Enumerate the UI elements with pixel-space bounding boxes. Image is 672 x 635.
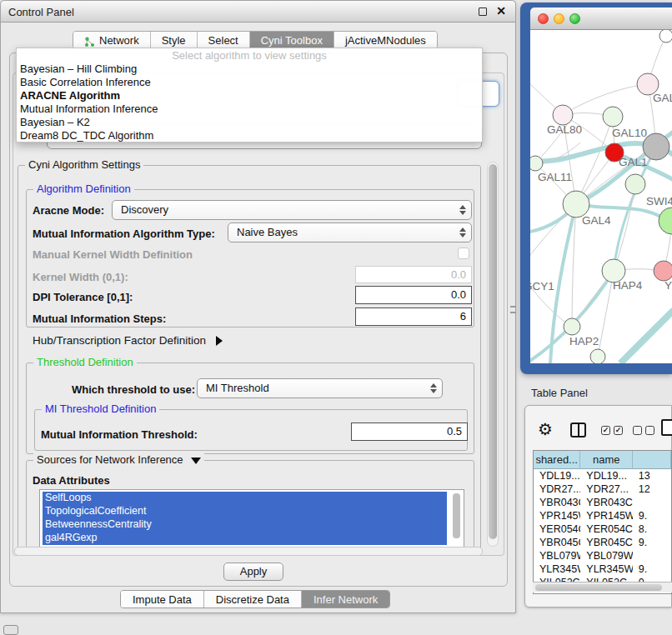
table-scrollbar-thumb[interactable]	[535, 584, 662, 591]
network-edge[interactable]	[620, 310, 672, 363]
hub-definition-toggle[interactable]: Hub/Transcription Factor Definition	[33, 334, 223, 347]
algorithm-option[interactable]: Bayesian – Hill Climbing	[17, 62, 482, 76]
table-cell: 9.	[633, 562, 671, 576]
network-node[interactable]	[530, 156, 543, 171]
apply-button[interactable]: Apply	[223, 562, 283, 581]
table-row[interactable]: YER054CYER054C8.	[534, 522, 671, 536]
table-row[interactable]: YPR145WYPR145W9.	[534, 509, 671, 522]
table-cell: YDL19...	[580, 469, 633, 482]
tab-label: Style	[162, 32, 186, 49]
kernel-width-input[interactable]: 0.0	[355, 266, 472, 283]
data-attribute-item[interactable]: gal4RGexp	[43, 532, 447, 545]
cyni-bottom-tabstrip: Impute Data Discretize Data Infer Networ…	[120, 590, 390, 608]
combo-value: Discovery	[121, 203, 168, 216]
algorithm-dropdown-popup: Select algorithm to view settings Bayesi…	[16, 48, 483, 142]
algorithm-option[interactable]: ARACNE Algorithm	[17, 89, 482, 102]
table-cell	[633, 496, 671, 509]
table-horizontal-scrollbar[interactable]	[533, 582, 672, 592]
close-traffic-light[interactable]	[538, 13, 549, 24]
split-columns-icon[interactable]	[570, 422, 586, 438]
group-title: Algorithm Definition	[33, 182, 134, 195]
manual-kernel-checkbox[interactable]	[458, 248, 469, 259]
settings-horizontal-scrollbar[interactable]	[14, 547, 483, 556]
tab-label: jActiveMNodules	[345, 32, 426, 49]
sources-toggle[interactable]: Sources for Network Inference	[33, 453, 204, 466]
network-window-titlebar[interactable]	[530, 8, 672, 30]
algorithm-option[interactable]: Dream8 DC_TDC Algorithm	[17, 129, 482, 142]
table-row[interactable]: YDR27...YDR27...12	[534, 482, 671, 496]
mi-algorithm-type-combo[interactable]: Naive Bayes	[228, 222, 472, 242]
table-cell: 9.	[633, 509, 671, 522]
select-all-checkboxes-icon[interactable]: ✓✓	[601, 426, 623, 435]
network-node-label: Y	[664, 279, 672, 292]
data-attribute-item[interactable]: SelfLoops	[43, 492, 447, 505]
control-panel-titlebar[interactable]: Control Panel ✕	[1, 1, 515, 22]
table-cell: YPR145W	[580, 509, 633, 522]
network-node[interactable]	[590, 349, 605, 363]
sources-title: Sources for Network Inference	[37, 453, 183, 466]
tab-network[interactable]: Network	[73, 32, 150, 48]
mi-threshold-input[interactable]: 0.5	[351, 422, 468, 441]
algorithm-placeholder: Select algorithm to view settings	[17, 48, 482, 62]
table-row[interactable]: YBR045CYBR045C9.	[534, 536, 671, 549]
zoom-traffic-light[interactable]	[569, 13, 580, 24]
network-node[interactable]	[625, 174, 645, 194]
tab-discretize-data[interactable]: Discretize Data	[203, 591, 301, 608]
float-window-icon[interactable]	[479, 8, 487, 16]
table-row[interactable]: YBL079WYBL079W	[534, 549, 671, 562]
network-node[interactable]	[553, 105, 573, 125]
tab-jactivemnodules[interactable]: jActiveMNodules	[333, 32, 437, 48]
new-table-icon[interactable]	[661, 419, 672, 436]
algorithm-option[interactable]: Basic Correlation Inference	[17, 76, 482, 89]
table-row[interactable]: YDL19...YDL19...13	[534, 469, 671, 482]
settings-gear-icon[interactable]: ⚙	[538, 419, 553, 439]
algorithm-option[interactable]: Mutual Information Inference	[17, 102, 482, 116]
list-scrollbar-thumb[interactable]	[453, 493, 460, 538]
panel-splitter-handle[interactable]	[510, 306, 516, 313]
spinner-arrows-icon	[429, 382, 438, 394]
screen: Control Panel ✕ Network Style Select	[0, 0, 672, 635]
mi-threshold-label: Mutual Information Threshold:	[41, 428, 198, 441]
settings-scrollbar-thumb[interactable]	[489, 164, 497, 539]
kernel-width-label: Kernel Width (0,1):	[33, 271, 128, 283]
network-canvas[interactable]: GALGAL80GAL10GAL1GAL11SWI4GAL4GCY1HAP4YH…	[530, 30, 672, 363]
collapsed-arrow-icon[interactable]	[216, 336, 223, 346]
table-row[interactable]: YLR345WYLR345W9.	[534, 562, 671, 576]
algorithm-option[interactable]: Bayesian – K2	[17, 116, 482, 129]
aracne-mode-combo[interactable]: Discovery	[112, 200, 472, 220]
tab-label: Select	[208, 32, 238, 49]
node-table[interactable]: shared...name YDL19...YDL19...13YDR27...…	[533, 450, 672, 594]
network-node[interactable]	[659, 208, 672, 234]
network-node[interactable]	[654, 261, 672, 281]
minimize-traffic-light[interactable]	[554, 13, 564, 24]
tab-infer-network[interactable]: Infer Network	[301, 591, 389, 608]
data-attributes-list[interactable]: SelfLoopsTopologicalCoefficientBetweenne…	[39, 489, 464, 548]
combo-value: Naive Bayes	[237, 226, 298, 238]
network-node[interactable]	[659, 30, 672, 42]
network-node[interactable]	[564, 318, 580, 335]
tab-impute-data[interactable]: Impute Data	[121, 591, 203, 608]
tab-cyni-toolbox[interactable]: Cyni Toolbox	[249, 32, 333, 48]
data-attribute-item[interactable]: TopologicalCoefficient	[43, 505, 447, 518]
network-node[interactable]	[603, 107, 623, 127]
table-column-header[interactable]	[633, 451, 671, 469]
mi-steps-input[interactable]: 6	[355, 308, 472, 326]
close-icon[interactable]: ✕	[496, 4, 506, 18]
table-panel-title: Table Panel	[531, 387, 588, 399]
tab-select[interactable]: Select	[197, 32, 249, 48]
data-attribute-item[interactable]: BetweennessCentrality	[43, 518, 447, 532]
mi-type-label: Mutual Information Algorithm Type:	[33, 228, 215, 240]
table-cell: YLR345W	[580, 562, 633, 576]
expanded-arrow-icon[interactable]	[191, 458, 201, 464]
table-row[interactable]: YBR043CYBR043C	[534, 496, 671, 509]
table-column-header[interactable]: name	[580, 451, 633, 469]
tab-style[interactable]: Style	[150, 32, 197, 48]
table-column-header[interactable]: shared...	[534, 451, 580, 469]
which-threshold-combo[interactable]: MI Threshold	[197, 378, 443, 398]
group-title: MI Threshold Definition	[42, 402, 159, 415]
deselect-all-checkboxes-icon[interactable]	[633, 426, 654, 435]
tab-label: Cyni Toolbox	[261, 32, 323, 49]
collapsed-panel-button[interactable]	[3, 625, 18, 635]
which-threshold-label: Which threshold to use:	[72, 383, 195, 396]
dpi-tolerance-input[interactable]: 0.0	[355, 286, 472, 304]
